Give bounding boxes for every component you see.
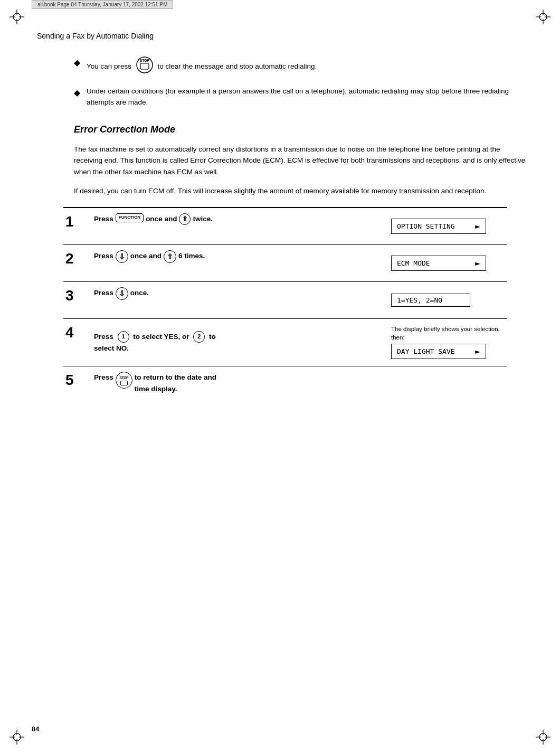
- steps-table: 1 Press FUNCTION once and ⇧ twice. OPTIO…: [63, 207, 507, 403]
- corner-br: [536, 730, 550, 744]
- display-text-3: 1=YES, 2=NO: [397, 296, 442, 304]
- display-arrow-1: ►: [475, 221, 480, 231]
- display-small-text-4: The display briefly shows your selection…: [391, 325, 507, 342]
- step-content-4: Press 1 to select YES, or 2 toselect NO.: [90, 319, 391, 366]
- bullet-diamond-2: ◆: [74, 87, 80, 99]
- step-display-5: [391, 366, 507, 403]
- svg-text:STOP: STOP: [139, 59, 149, 62]
- display-box-1: OPTION SETTING ►: [391, 219, 486, 234]
- step-row-2: 2 Press ⇩ once and ⇧ 6 times. ECM MODE ►: [63, 245, 507, 282]
- step-content-1: Press FUNCTION once and ⇧ twice.: [90, 208, 391, 244]
- bullet-item-2: ◆ Under certain conditions (for example …: [74, 86, 528, 108]
- step-row-5: 5 Press STOP to return to the date andti…: [63, 366, 507, 403]
- bullet-text-1: You can press STOP to clear the message …: [87, 56, 528, 78]
- stop-button-1: STOP: [136, 56, 154, 78]
- step-content-5: Press STOP to return to the date andtime…: [90, 366, 391, 403]
- display-text-1: OPTION SETTING: [397, 222, 455, 230]
- num2-button-4: 2: [193, 331, 205, 343]
- step-num-5: 5: [63, 366, 90, 403]
- step-row-1: 1 Press FUNCTION once and ⇧ twice. OPTIO…: [63, 208, 507, 245]
- down-button-3: ⇩: [116, 287, 128, 300]
- step-display-3: 1=YES, 2=NO: [391, 282, 507, 318]
- step-num-3: 3: [63, 282, 90, 318]
- stop-box-5: [120, 381, 128, 385]
- once-and-text-1: once and: [146, 213, 177, 225]
- function-button-1: FUNCTION: [116, 213, 144, 222]
- corner-tr: [536, 10, 550, 24]
- step-row-3: 3 Press ⇩ once. 1=YES, 2=NO: [63, 282, 507, 319]
- page-title: Sending a Fax by Automatic Dialing: [32, 32, 154, 40]
- step-display-4: The display briefly shows your selection…: [391, 319, 507, 366]
- page-header: Sending a Fax by Automatic Dialing: [32, 32, 528, 40]
- page-number: 84: [32, 725, 39, 733]
- num1-button-4: 1: [118, 331, 129, 343]
- display-box-3: 1=YES, 2=NO: [391, 294, 470, 307]
- display-box-2: ECM MODE ►: [391, 256, 486, 271]
- bullet-diamond-1: ◆: [74, 56, 80, 69]
- up-button-2: ⇧: [164, 250, 176, 263]
- section-para1: The fax machine is set to automatically …: [74, 144, 528, 178]
- stop-button-5: STOP: [116, 372, 132, 389]
- down-button-2: ⇩: [116, 250, 128, 263]
- step-content-2: Press ⇩ once and ⇧ 6 times.: [90, 245, 391, 281]
- step-row-4: 4 Press 1 to select YES, or 2 toselect N…: [63, 319, 507, 366]
- step-num-1: 1: [63, 208, 90, 244]
- bullet-item-1: ◆ You can press STOP to clear the messag…: [74, 56, 528, 78]
- file-tab: all.book Page 84 Thursday, January 17, 2…: [32, 0, 173, 9]
- display-text-4: DAY LIGHT SAVE: [397, 347, 455, 355]
- step4-instruction: Press 1 to select YES, or 2 toselect NO.: [94, 331, 216, 354]
- section-heading: Error Correction Mode: [74, 124, 528, 135]
- display-text-2: ECM MODE: [397, 259, 430, 267]
- display-box-4: DAY LIGHT SAVE ►: [391, 344, 486, 359]
- step-display-1: OPTION SETTING ►: [391, 208, 507, 244]
- step-content-3: Press ⇩ once.: [90, 282, 391, 318]
- corner-tl: [10, 10, 24, 24]
- bullet-section: ◆ You can press STOP to clear the messag…: [74, 56, 528, 108]
- bullet-text-2: Under certain conditions (for example if…: [87, 86, 528, 108]
- step-num-4: 4: [63, 319, 90, 366]
- display-arrow-2: ►: [475, 258, 480, 268]
- stop-label-5: STOP: [119, 375, 128, 381]
- step-num-2: 2: [63, 245, 90, 281]
- corner-bl: [10, 730, 24, 744]
- up-button-1: ⇧: [179, 213, 191, 225]
- svg-rect-22: [140, 63, 149, 69]
- section-para2: If desired, you can turn ECM off. This w…: [74, 185, 528, 197]
- page: all.book Page 84 Thursday, January 17, 2…: [0, 0, 560, 754]
- display-arrow-4: ►: [475, 346, 480, 356]
- step-display-2: ECM MODE ►: [391, 245, 507, 281]
